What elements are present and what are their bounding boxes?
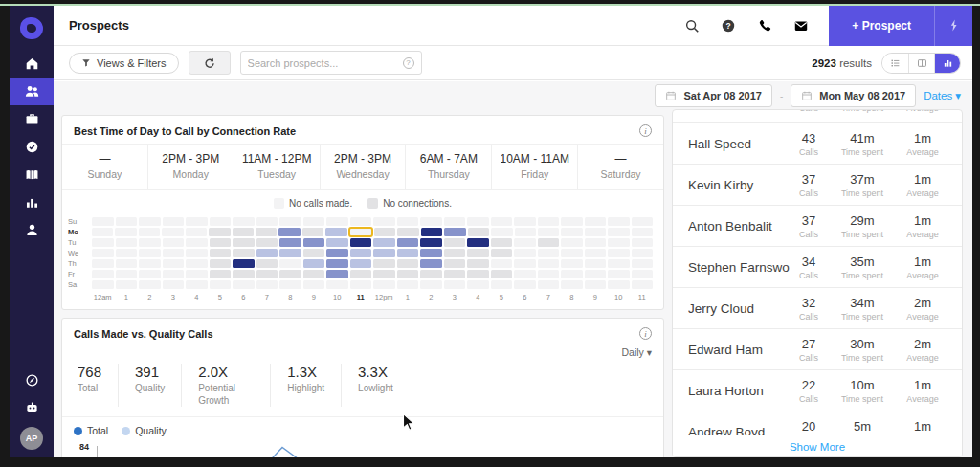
hour-label: 12am [91,293,115,301]
phone-button[interactable] [746,18,783,33]
column-label: Time spent [828,110,897,113]
heatmap-row: We [68,248,654,258]
prospect-row[interactable]: Hall Speed43Calls41mTime spent1mAverage [673,122,962,164]
split-view-button[interactable] [908,54,934,73]
heatmap-cell [491,249,513,257]
sidebar-item-profile[interactable] [10,216,54,244]
outreach-logo-icon [20,17,43,39]
sidebar-item-explore[interactable] [10,367,54,394]
heatmap-cell [163,259,185,268]
legend-item: No calls made. [274,198,352,209]
hour-label: 8 [278,293,302,301]
prospect-stats: 43Calls41mTime spent1mAverage [790,131,948,157]
heatmap-cell [279,249,301,257]
stat-label: Average [897,230,948,239]
heatmap-cell [538,259,560,268]
end-date-input[interactable]: Mon May 08 2017 [791,84,916,107]
heatmap-cell [92,217,114,226]
heatmap-cell [514,217,536,226]
hour-label: 2 [419,293,443,301]
info-icon[interactable]: i [639,124,652,137]
add-prospect-button[interactable]: + Prospect [829,6,972,46]
heatmap-cell [279,270,301,278]
views-filters-button[interactable]: Views & Filters [69,53,179,74]
stat: 27Calls [790,337,828,363]
show-more-link[interactable]: Show More [673,435,962,456]
heatmap-cell [350,259,372,268]
calls-quality-panel: Calls Made vs. Quality Calls i Daily ▾ 7… [61,318,664,457]
heatmap-cell [116,249,138,257]
phone-icon [757,18,772,33]
stat-label: Calls [790,353,828,363]
heatmap-cell [632,217,654,226]
heatmap-cell [444,259,466,268]
stat-value: 1m [897,172,948,187]
best-time-value: 6AM - 7AM [406,152,491,166]
legend-label: No calls made. [289,198,352,209]
prospect-row[interactable]: Andrew Boyd20Calls5mTime spent1mAverage [673,411,962,435]
heatmap-cell [632,249,654,257]
chart-view-button[interactable] [934,54,960,73]
date-range-bar: Sat Apr 08 2017 - Mon May 08 2017 Dates … [655,81,961,110]
hour-label: 12pm [372,293,396,301]
sidebar-item-bot[interactable] [10,394,54,422]
heatmap-cell [92,249,114,257]
chart-series-svg [98,446,652,457]
stat-value: 1m [897,255,948,269]
search-icon [684,18,700,33]
search-input[interactable] [248,57,403,69]
heatmap-cell [608,238,630,247]
global-search-button[interactable] [674,18,710,33]
sidebar-item-accounts[interactable] [10,105,54,133]
start-date-input[interactable]: Sat Apr 08 2017 [655,84,772,107]
legend-swatch [368,198,378,209]
sidebar-item-reports[interactable] [10,189,54,216]
refresh-button[interactable] [189,51,231,75]
heatmap-cell [233,280,255,289]
charts-column: Best Time of Day to Call by Connection R… [61,115,664,457]
best-time-panel-title: Best Time of Day to Call by Connection R… [74,125,296,137]
heatmap-cell [561,238,583,247]
sidebar-item-content[interactable] [10,161,54,189]
heatmap-cell [326,259,348,268]
day-summary-row: —Sunday2PM - 3PMMonday11AM - 12PMTuesday… [62,144,663,190]
prospect-row[interactable]: Laura Horton22Calls10mTime spent1mAverag… [673,369,962,411]
stat-label: Quality [135,383,165,395]
heatmap-cell [139,217,161,226]
quick-actions-button[interactable] [934,6,972,46]
hour-label: 9 [302,293,326,301]
search-help-icon[interactable]: ? [403,57,414,69]
heatmap-row-label: Sa [68,279,91,290]
list-view-icon [889,57,902,69]
prospect-row[interactable]: Anton Benbalit37Calls29mTime spent1mAver… [673,205,962,246]
prospect-row[interactable]: Stephen Farnsworth34Calls35mTime spent1m… [673,246,962,287]
prospect-row[interactable]: Kevin Kirby37Calls37mTime spent1mAverage [673,164,962,205]
prospect-name: Edward Ham [688,343,790,357]
user-avatar[interactable]: AP [20,427,43,450]
info-icon[interactable]: i [639,327,652,340]
sidebar-item-prospects[interactable] [10,78,54,105]
stat-label: Total [78,383,101,395]
interval-dropdown[interactable]: Daily ▾ [621,346,652,358]
help-button[interactable]: ? [710,18,746,33]
results-count: 2923 results [812,57,872,69]
stat-value: 22 [790,378,828,392]
stat-value: 37 [790,172,828,187]
stat-label: Average [897,353,948,363]
heatmap-cell [491,238,513,247]
heatmap-cell [373,238,395,247]
heatmap-cell [163,238,185,247]
heatmap-cell [397,217,419,226]
brand-logo[interactable] [10,6,54,50]
heatmap-cell [491,280,513,289]
prospect-row[interactable]: Jerry Cloud32Calls34mTime spent2mAverage [673,287,962,328]
prospect-row[interactable]: Edward Ham27Calls30mTime spent2mAverage [673,328,962,369]
sidebar-item-tasks[interactable] [10,133,54,161]
email-button[interactable] [783,18,819,33]
heatmap-row: Sa [68,279,654,290]
dates-dropdown[interactable]: Dates ▾ [924,89,961,102]
sidebar-item-home[interactable] [10,50,54,78]
hour-label: 2 [138,293,162,301]
list-view-button[interactable] [882,54,908,73]
stat: 10mTime spent [828,378,897,404]
